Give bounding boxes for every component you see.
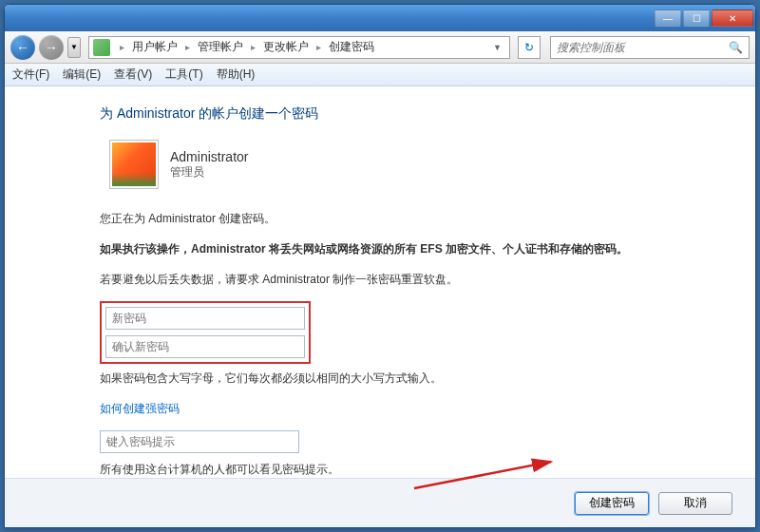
user-role: 管理员 [170,164,248,180]
close-button[interactable]: ✕ [712,10,753,27]
close-icon: ✕ [729,13,736,24]
breadcrumb-item[interactable]: 管理帐户 [196,38,245,56]
refresh-icon: ↻ [524,41,534,54]
search-icon: 🔍 [729,41,743,54]
titlebar: — ☐ ✕ [5,5,755,31]
password-highlight-box [100,301,311,364]
password-hint-input[interactable] [100,430,299,453]
hint-visibility-text: 所有使用这台计算机的人都可以看见密码提示。 [100,461,717,478]
address-dropdown[interactable]: ▼ [489,43,505,52]
breadcrumb-item[interactable]: 创建密码 [327,38,376,56]
menu-help[interactable]: 帮助(H) [217,66,256,83]
maximize-icon: ☐ [693,13,701,24]
breadcrumb-item[interactable]: 更改帐户 [261,38,311,56]
minimize-icon: — [663,13,673,24]
avatar [109,140,159,189]
breadcrumb-separator: ▸ [116,42,128,52]
menu-edit[interactable]: 编辑(E) [63,66,101,83]
forward-arrow-icon: → [45,40,58,55]
info-line-warning: 如果执行该操作，Administrator 将丢失网站或网络资源的所有 EFS … [100,240,717,257]
avatar-image [112,142,156,186]
menu-bar: 文件(F) 编辑(E) 查看(V) 工具(T) 帮助(H) [5,64,755,86]
user-name: Administrator [170,149,248,164]
search-box[interactable]: 🔍 [550,36,750,59]
breadcrumb-separator: ▸ [247,42,259,52]
menu-file[interactable]: 文件(F) [12,66,49,83]
chevron-down-icon: ▼ [70,43,78,51]
footer-bar: 创建密码 取消 [5,478,755,527]
strong-password-link[interactable]: 如何创建强密码 [100,402,180,415]
window-controls: — ☐ ✕ [655,10,753,27]
info-line-3: 若要避免以后丢失数据，请要求 Administrator 制作一张密码重置软盘。 [100,271,717,288]
new-password-input[interactable] [105,307,305,330]
minimize-button[interactable]: — [655,10,681,27]
page-title: 为 Administrator 的帐户创建一个密码 [100,105,717,123]
create-password-button[interactable]: 创建密码 [575,492,649,515]
control-panel-icon [93,39,110,56]
menu-view[interactable]: 查看(V) [114,66,152,83]
breadcrumb-separator: ▸ [313,42,325,52]
address-bar[interactable]: ▸ 用户帐户 ▸ 管理帐户 ▸ 更改帐户 ▸ 创建密码 ▼ [88,36,510,59]
user-text: Administrator 管理员 [170,149,248,180]
confirm-password-input[interactable] [105,335,305,358]
navigation-bar: ← → ▼ ▸ 用户帐户 ▸ 管理帐户 ▸ 更改帐户 ▸ 创建密码 ▼ ↻ 🔍 [5,31,755,64]
menu-tools[interactable]: 工具(T) [165,66,202,83]
window: — ☐ ✕ ← → ▼ ▸ 用户帐户 ▸ 管理帐户 ▸ 更改帐户 ▸ 创建密码 … [4,4,756,528]
info-line-1: 您正在为 Administrator 创建密码。 [100,210,717,227]
case-hint-text: 如果密码包含大写字母，它们每次都必须以相同的大小写方式输入。 [100,370,717,387]
breadcrumb-separator: ▸ [181,42,194,52]
back-button[interactable]: ← [10,35,35,60]
forward-button[interactable]: → [39,35,64,60]
user-info-row: Administrator 管理员 [109,140,717,189]
content-area: 为 Administrator 的帐户创建一个密码 Administrator … [5,86,755,478]
nav-history-dropdown[interactable]: ▼ [67,37,81,58]
breadcrumb: ▸ 用户帐户 ▸ 管理帐户 ▸ 更改帐户 ▸ 创建密码 [116,38,376,56]
maximize-button[interactable]: ☐ [683,10,710,27]
back-arrow-icon: ← [16,40,29,55]
breadcrumb-item[interactable]: 用户帐户 [130,38,180,56]
search-input[interactable] [557,41,729,54]
refresh-button[interactable]: ↻ [518,36,541,59]
cancel-button[interactable]: 取消 [658,492,732,515]
